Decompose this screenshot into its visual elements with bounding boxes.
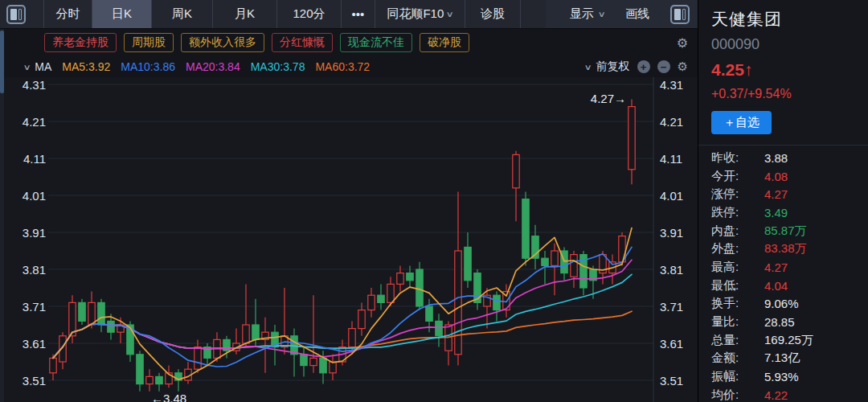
ma-legend-item: MA20:3.84	[186, 60, 240, 73]
candle-body	[455, 251, 461, 355]
stat-row: 金额:7.13亿	[711, 350, 855, 368]
y-axis-label: 3.51	[660, 375, 683, 387]
stat-label: 跌停:	[711, 205, 764, 220]
indicator-settings-gear-icon[interactable]: ⚙	[678, 59, 688, 74]
stat-label: 最高:	[711, 260, 764, 275]
chevron-down-icon: ∨	[597, 10, 605, 18]
stat-label: 振幅:	[711, 369, 764, 384]
current-price: 4.25↑	[711, 60, 855, 80]
panel-icon-bar	[674, 9, 681, 20]
adjust-mode-dropdown[interactable]: ∨ 前复权	[585, 59, 629, 74]
stock-tags-row: 养老金持股周期股额外收入很多分红慷慨现金流不佳破净股⚙	[0, 29, 698, 56]
y-axis-label: 3.71	[660, 301, 683, 313]
stock-tag[interactable]: 现金流不佳	[340, 33, 412, 52]
price-value: 4.25	[711, 60, 744, 79]
stock-tag[interactable]: 养老金持股	[44, 33, 117, 52]
tab-周K[interactable]: 周K	[151, 0, 212, 28]
panel-divider	[698, 145, 868, 146]
tab-120分[interactable]: 120分	[276, 0, 341, 28]
y-axis-label: 3.81	[13, 264, 46, 276]
y-axis-label: 3.71	[13, 301, 46, 313]
candle-body	[349, 329, 355, 347]
collapse-right-panel-icon[interactable]	[670, 5, 690, 24]
candle-body	[88, 302, 95, 325]
chart-annotation: ←3.48	[151, 392, 186, 402]
add-watchlist-button[interactable]: ＋自选	[711, 111, 772, 134]
kline-chart[interactable]: 4.27→←3.484.314.314.214.214.114.114.014.…	[0, 77, 698, 402]
tags-settings-gear-icon[interactable]: ⚙	[677, 35, 688, 51]
tab-月K[interactable]: 月K	[212, 0, 276, 28]
candle-body	[368, 295, 375, 310]
ma-indicator-row: ∨ MA MA5:3.92MA10:3.86MA20:3.84MA30:3.78…	[0, 56, 698, 77]
candle-body	[310, 358, 317, 365]
stat-value: 28.85	[764, 315, 795, 329]
stat-label: 今开:	[711, 169, 764, 184]
candle-body	[50, 358, 56, 372]
ma-legend-item: MA60:3.72	[315, 60, 370, 73]
ma-collapse[interactable]: ∨ MA	[24, 60, 51, 73]
top-toolbar: 分时日K周K月K120分•••同花顺F10∨诊股 显示 ∨ 画线	[0, 0, 698, 29]
tab-label: 日K	[112, 6, 132, 22]
stat-row: 今开:4.08	[711, 167, 855, 186]
y-axis-label: 4.31	[660, 79, 683, 91]
candle-body	[465, 247, 471, 280]
chevron-down-icon: ∨	[23, 63, 31, 72]
draw-line-button[interactable]: 画线	[625, 6, 649, 22]
tab-诊股[interactable]: 诊股	[465, 0, 521, 28]
stat-row: 振幅:5.93%	[711, 367, 855, 386]
candle-body	[156, 376, 162, 384]
zoom-in-icon[interactable]: +	[637, 60, 650, 73]
display-menu[interactable]: 显示 ∨	[570, 6, 604, 22]
stock-tag[interactable]: 周期股	[124, 33, 174, 52]
stat-row: 换手:9.06%	[711, 295, 855, 314]
stat-value: 4.08	[764, 170, 788, 183]
stat-value: 169.25万	[764, 333, 813, 348]
stat-label: 量比:	[711, 314, 764, 330]
stat-row: 总量:169.25万	[711, 331, 855, 350]
chart-workspace: 分时日K周K月K120分•••同花顺F10∨诊股 显示 ∨ 画线 养老金持股周期…	[0, 0, 698, 402]
tab-label: 分时	[56, 6, 80, 22]
y-axis-label: 4.31	[13, 79, 46, 91]
candle-body	[301, 355, 307, 366]
candle-body	[571, 255, 577, 277]
adjust-mode-label: 前复权	[596, 59, 630, 74]
candle-body	[436, 321, 442, 335]
zoom-out-icon[interactable]: −	[657, 60, 670, 73]
y-axis-label: 3.51	[13, 375, 46, 387]
draw-label: 画线	[625, 6, 649, 22]
stat-label: 总量:	[711, 333, 764, 348]
collapse-left-panel-icon[interactable]	[6, 5, 26, 24]
candle-body	[542, 258, 548, 265]
y-axis-label: 3.91	[660, 227, 683, 239]
stat-value: 4.27	[764, 260, 788, 274]
candle-body	[426, 306, 432, 321]
tab-同花顺F10[interactable]: 同花顺F10∨	[375, 0, 465, 28]
up-arrow-icon: ↑	[744, 60, 753, 79]
candle-body	[522, 199, 529, 259]
chevron-down-icon: ∨	[584, 63, 592, 72]
candle-body	[628, 107, 635, 170]
stat-row: 最高:4.27	[711, 258, 855, 277]
stock-tag[interactable]: 分红慷慨	[272, 33, 333, 52]
stat-label: 换手:	[711, 296, 764, 311]
tab-分时[interactable]: 分时	[43, 0, 92, 28]
candle-body	[416, 269, 423, 306]
tab-label: 周K	[172, 6, 192, 22]
y-axis-label: 3.91	[13, 227, 46, 239]
stat-value: 5.93%	[764, 370, 799, 384]
stock-tag[interactable]: 破净股	[420, 33, 469, 52]
tab-label: 月K	[235, 6, 255, 22]
candle-body	[243, 325, 249, 343]
stat-label: 涨停:	[711, 187, 764, 202]
tab-日K[interactable]: 日K	[92, 0, 151, 28]
ma-legend-item: MA5:3.92	[62, 60, 110, 73]
left-scrollbar[interactable]	[0, 29, 4, 402]
stock-tag[interactable]: 额外收入很多	[181, 33, 264, 52]
tab-•••[interactable]: •••	[341, 0, 375, 28]
candle-body	[320, 358, 326, 372]
left-scrollbar-thumb[interactable]	[0, 31, 4, 93]
ma-legend-item: MA30:3.78	[251, 60, 305, 73]
stat-row: 量比:28.85	[711, 313, 855, 331]
stat-value: 85.87万	[764, 224, 807, 239]
ma-row-right-group: ∨ 前复权 + − ⚙	[585, 59, 698, 74]
